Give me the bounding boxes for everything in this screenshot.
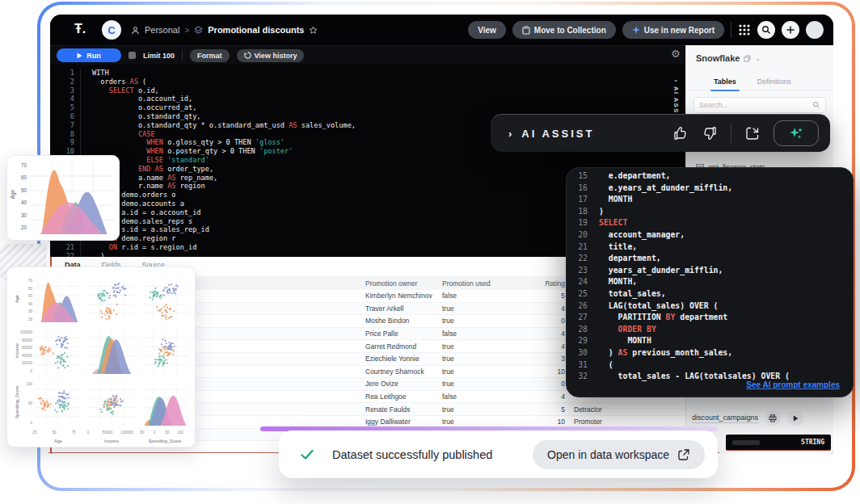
pairplot-xtick: 0 [80,430,96,435]
view-history-button[interactable]: View history [237,49,305,62]
insert-code-icon[interactable] [744,125,761,141]
magnifier-icon [761,25,771,35]
open-in-data-workspace-button[interactable]: Open in data workspace [533,440,705,469]
publish-toast: Dataset successfully published Open in d… [279,430,718,478]
clipboard-icon [522,26,530,35]
col-rating[interactable]: Rating [515,279,567,288]
sidebar-tabs: Tables Definitions [686,73,833,90]
pairplot-cell [141,329,188,374]
cell-owner: Traver Arkell [365,304,442,313]
thumbs-down-icon[interactable] [702,125,718,141]
pairplot-cell [35,277,82,322]
chevron-right-icon[interactable]: › [508,128,512,140]
history-icon [244,52,251,59]
pairplot-cell [35,329,82,374]
cell-used: false [442,393,515,401]
code-line: 3 SELECT o.id, [50,86,685,95]
sparkles-button[interactable] [774,120,819,146]
code-line: 17 MONTH [567,194,790,206]
cell-owner: Jere Ovize [365,380,442,388]
printer-icon [769,414,777,422]
cell-used: true [442,405,515,414]
pairplot-ytick: 40000 [15,354,32,358]
pairplot-ytick: 40 [15,302,32,306]
search-button[interactable] [757,21,775,39]
pairplot-ytick: 20 [15,317,32,321]
pairplot-xtick: 25 [27,430,43,435]
pairplot-cell [35,380,82,426]
app-logo[interactable]: Ŧ. [74,22,86,36]
gear-icon[interactable]: ⚙ [671,48,681,59]
code-line: 23 years_at_dunder_mifflin, [567,265,790,277]
chevron-down-icon: ⌄ [673,76,679,83]
check-icon [300,447,314,462]
star-icon[interactable] [309,26,318,35]
workspace-badge[interactable]: C [102,20,121,40]
kde-plot [30,162,114,234]
pairplot-ytick: 0 [15,369,32,373]
magnifier-icon [812,101,820,109]
code-line: 19SELECT [567,217,790,229]
pairplot-ytick: 80000 [15,338,32,342]
pairplot-xtick: 100 [172,430,188,435]
tab-tables[interactable]: Tables [714,78,736,86]
sidebar-item-discount-campaigns[interactable]: discount_campaigns [692,410,803,426]
cell-used: true [442,380,515,388]
cell-used: false [442,292,515,300]
external-link-icon [677,448,690,461]
play-icon [77,52,82,59]
cell-rating: 3 [515,355,567,363]
move-to-collection-button[interactable]: Move to Collection [512,21,616,39]
project-icon [194,26,203,35]
pairplot-cell [88,277,135,322]
code-line: 27 PARTITION BY department [567,312,790,324]
cell-owner: Garret Redmond [365,342,442,351]
run-button[interactable]: Run [57,48,121,62]
thumbs-up-icon[interactable] [672,125,689,141]
cell-used: false [442,330,515,338]
pairplot-xtick: 75 [65,430,82,435]
cell-rating: 4 [515,330,567,338]
new-button[interactable] [782,21,799,39]
apps-grid-icon[interactable] [738,23,751,36]
pairplot-ytick: 100000 [15,330,32,334]
cell-owner: Moshe Bindon [365,317,442,325]
ai-assist-bar: › AI ASSIST [491,114,830,152]
cell-category: Promoter [574,418,687,426]
code-line: 1WITH [50,69,685,78]
cell-rating: 4 [515,304,567,313]
toast-message: Dataset successfully published [332,448,492,461]
person-icon [131,26,140,35]
cell-rating: 5 [515,405,567,414]
use-in-new-report-button[interactable]: Use in new Report [622,21,724,39]
avatar[interactable] [806,21,824,39]
search-input[interactable]: Search... [693,97,826,113]
cell-category: Detractor [574,405,687,414]
see-ai-prompt-examples-link[interactable]: See AI prompt examples [746,380,840,389]
col-promotion-used[interactable]: Promotion used [442,279,515,288]
pairplot-ytick: 50 [15,401,32,405]
pairplot-cell [88,329,135,374]
code-line: 16 e.years_at_dunder_mifflin, [567,183,790,195]
overlay-code-panel[interactable]: 15 e.department,16 e.years_at_dunder_mif… [566,167,854,397]
cell-owner: Rea Leithgoe [365,393,442,401]
format-button[interactable]: Format [190,49,230,62]
pairplot-cell [88,380,135,426]
limit-checkbox[interactable] [129,52,136,59]
pairplot-ytick: 0 [15,421,32,425]
view-button[interactable]: View [468,21,506,39]
ai-bar-divider [731,124,731,143]
run-cell-button[interactable] [787,410,803,426]
cell-rating: 4 [515,342,567,351]
breadcrumb-separator: > [184,26,189,35]
publish-button[interactable] [765,410,781,426]
data-source-selector[interactable]: Snowflake ⌄ [696,53,761,63]
pairplot-xlabel: Age [35,439,82,443]
tab-definitions[interactable]: Definitions [757,78,791,86]
col-promotion-owner[interactable]: Promotion owner [365,279,442,288]
page-title: Promotional discounts [208,25,304,35]
limit-label: Limit 100 [143,52,175,60]
breadcrumb-personal[interactable]: Personal [145,25,179,35]
cell-used: true [442,368,515,376]
cell-used: true [442,304,515,313]
